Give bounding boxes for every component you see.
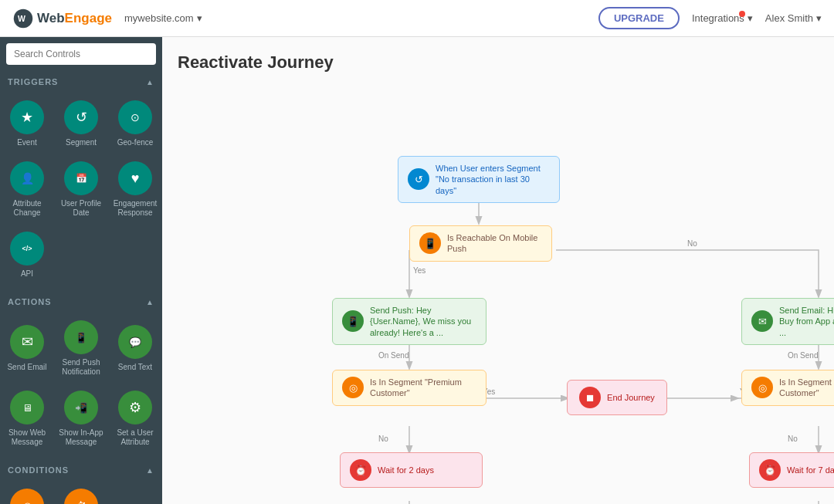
chevron-down-icon: ▾ <box>816 12 822 24</box>
condition1-icon: ◎ <box>10 489 44 504</box>
chevron-down-icon: ▾ <box>748 12 753 24</box>
upgrade-button[interactable]: UPGRADE <box>598 7 680 29</box>
page-title: Reactivate Journey <box>178 52 819 73</box>
segment-left-text: Is In Segment "Premium Customer" <box>370 377 476 399</box>
chevron-down-icon: ▾ <box>197 12 202 24</box>
show-inapp-label: Show In-App Message <box>57 428 105 447</box>
send-email-label: Send Email <box>7 363 46 372</box>
sidebar: TRIGGERS ▲ ★ Event ↺ Segment ⊙ Geo-fence… <box>0 37 162 504</box>
trigger-node-text: When User enters Segment "No transaction… <box>436 163 550 196</box>
condition-reachable-icon: 📱 <box>419 232 441 254</box>
send-email-icon: ✉ <box>10 325 44 359</box>
show-web-icon: 🖥 <box>10 391 44 425</box>
end-journey-text: End Journey <box>607 392 655 403</box>
segment-left-node[interactable]: ◎ Is In Segment "Premium Customer" <box>332 370 486 406</box>
event-icon: ★ <box>10 100 44 134</box>
triggers-label: TRIGGERS <box>8 77 58 86</box>
sidebar-item-event[interactable]: ★ Event <box>0 93 54 154</box>
send-text-label: Send Text <box>118 363 152 372</box>
logo-text: WebEngage <box>37 11 112 26</box>
canvas-area: Reactivate Journey Yes No <box>162 37 834 504</box>
sidebar-item-engagement[interactable]: ♥ Engagement Response <box>108 154 162 224</box>
triggers-grid: ★ Event ↺ Segment ⊙ Geo-fence 👤 Attribut… <box>0 90 162 291</box>
sidebar-item-show-inapp[interactable]: 📲 Show In-App Message <box>54 383 108 453</box>
geofence-icon: ⊙ <box>118 100 152 134</box>
send-push-left-node[interactable]: 📱 Send Push: Hey {User.Name}, We miss yo… <box>332 298 486 345</box>
main-layout: TRIGGERS ▲ ★ Event ↺ Segment ⊙ Geo-fence… <box>0 37 834 504</box>
triggers-chevron-icon: ▲ <box>146 78 154 86</box>
engagement-label: Engagement Response <box>111 199 159 218</box>
sidebar-item-send-push[interactable]: 📱 Send Push Notification <box>54 313 108 383</box>
integrations-button[interactable]: Integrations ▾ <box>692 12 753 24</box>
sidebar-item-attribute-change[interactable]: 👤 Attribute Change <box>0 154 54 224</box>
send-text-icon: 💬 <box>118 325 152 359</box>
segment-icon: ↺ <box>64 100 98 134</box>
conditions-chevron-icon: ▲ <box>146 466 154 475</box>
svg-text:On Send: On Send <box>788 351 818 360</box>
send-email-right-text: Send Email: Hi {User.Name}, Buy from App… <box>779 305 834 338</box>
set-attribute-icon: ⚙ <box>118 391 152 425</box>
condition-reachable-text: Is Reachable On Mobile Push <box>447 232 542 255</box>
sidebar-item-geofence[interactable]: ⊙ Geo-fence <box>108 93 162 154</box>
notification-dot <box>739 11 745 17</box>
sidebar-item-api[interactable]: </> API <box>0 224 54 285</box>
wait-left-node[interactable]: ⏰ Wait for 2 days <box>340 452 483 488</box>
end-journey-node[interactable]: ⏹ End Journey <box>567 380 667 415</box>
svg-text:On Send: On Send <box>378 351 409 360</box>
send-email-right-icon: ✉ <box>751 310 773 332</box>
actions-chevron-icon: ▲ <box>146 298 154 306</box>
wait-right-icon: ⏰ <box>759 459 781 481</box>
sidebar-item-condition1[interactable]: ◎ <box>0 481 54 504</box>
segment-right-icon: ◎ <box>751 377 773 398</box>
svg-text:No: No <box>788 435 798 443</box>
end-journey-icon: ⏹ <box>579 387 601 408</box>
sidebar-item-show-web[interactable]: 🖥 Show Web Message <box>0 383 54 453</box>
sidebar-item-send-email[interactable]: ✉ Send Email <box>0 313 54 383</box>
send-email-right-node[interactable]: ✉ Send Email: Hi {User.Name}, Buy from A… <box>741 298 834 345</box>
api-label: API <box>21 269 33 279</box>
segment-left-icon: ◎ <box>342 377 364 398</box>
condition-reachable-node[interactable]: 📱 Is Reachable On Mobile Push <box>409 225 552 262</box>
triggers-section-header[interactable]: TRIGGERS ▲ <box>0 71 162 90</box>
geofence-label: Geo-fence <box>117 138 154 147</box>
svg-text:W: W <box>18 14 25 23</box>
flow-svg: Yes No On Send On Send Yes Yes <box>178 88 819 504</box>
sidebar-item-set-attribute[interactable]: ⚙ Set a User Attribute <box>108 383 162 453</box>
wait-right-node[interactable]: ⏰ Wait for 7 days <box>749 452 834 488</box>
show-web-label: Show Web Message <box>3 428 51 447</box>
segment-label: Segment <box>66 138 97 147</box>
condition2-icon: ⏱ <box>64 489 98 504</box>
sidebar-item-send-text[interactable]: 💬 Send Text <box>108 313 162 383</box>
wait-right-text: Wait for 7 days <box>787 465 834 475</box>
site-selector[interactable]: mywebsite.com ▾ <box>124 12 202 24</box>
send-push-left-text: Send Push: Hey {User.Name}, We miss you … <box>370 305 476 338</box>
wait-left-text: Wait for 2 days <box>378 465 434 475</box>
conditions-label: CONDITIONS <box>8 465 69 475</box>
sidebar-item-segment[interactable]: ↺ Segment <box>54 93 108 154</box>
segment-right-text: Is In Segment "Premium Customer" <box>779 377 834 399</box>
send-push-left-icon: 📱 <box>342 310 364 332</box>
search-input[interactable] <box>6 43 156 65</box>
sidebar-item-user-profile[interactable]: 📅 User Profile Date <box>54 154 108 224</box>
svg-text:No: No <box>687 239 697 248</box>
attribute-change-icon: 👤 <box>10 161 44 195</box>
conditions-section-header[interactable]: CONDITIONS ▲ <box>0 459 162 478</box>
show-inapp-icon: 📲 <box>64 391 98 425</box>
trigger-node[interactable]: ↺ When User enters Segment "No transacti… <box>398 156 560 203</box>
set-attribute-label: Set a User Attribute <box>111 428 159 447</box>
api-icon: </> <box>10 232 44 266</box>
sidebar-item-condition2[interactable]: ⏱ <box>54 481 108 504</box>
svg-text:No: No <box>378 435 388 443</box>
flow-diagram: Yes No On Send On Send Yes Yes <box>178 88 819 504</box>
actions-section-header[interactable]: ACTIONS ▲ <box>0 291 162 310</box>
user-menu-button[interactable]: Alex Smith ▾ <box>765 12 822 24</box>
trigger-node-icon: ↺ <box>408 168 429 190</box>
user-profile-icon: 📅 <box>64 161 98 195</box>
conditions-grid: ◎ ⏱ <box>0 478 162 504</box>
logo: W WebEngage <box>12 8 112 29</box>
segment-right-node[interactable]: ◎ Is In Segment "Premium Customer" <box>741 370 834 406</box>
wait-left-icon: ⏰ <box>350 459 371 481</box>
topnav: W WebEngage mywebsite.com ▾ UPGRADE Inte… <box>0 0 834 37</box>
user-name: Alex Smith <box>765 12 813 24</box>
attribute-change-label: Attribute Change <box>3 199 51 218</box>
